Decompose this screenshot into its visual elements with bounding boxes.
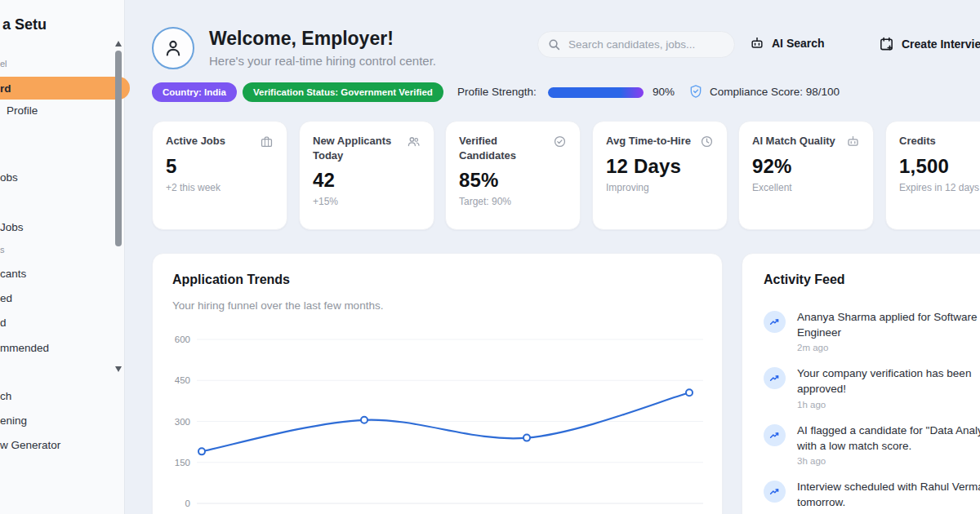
stat-card-credits[interactable]: Credits 1,500 Expires in 12 days (885, 121, 980, 230)
stat-sub: Target: 90% (459, 196, 567, 207)
stat-value: 5 (166, 155, 274, 178)
activity-text: Interview scheduled with Rahul Verma for… (797, 479, 980, 510)
stat-sub: Expires in 12 days (899, 182, 980, 193)
avatar[interactable] (152, 27, 194, 69)
search-icon (548, 38, 560, 51)
data-point[interactable] (361, 417, 368, 423)
profile-strength-bar (548, 87, 644, 98)
activity-item[interactable]: Interview scheduled with Rahul Verma for… (764, 479, 980, 512)
sidebar-item[interactable]: w Generator (0, 439, 60, 451)
scroll-down-icon[interactable] (115, 366, 122, 372)
stat-card-new-applicants[interactable]: New Applicants Today 42 +15% (299, 121, 434, 230)
stat-value: 12 Days (606, 155, 714, 178)
stat-sub: Improving (606, 182, 714, 193)
calendar-plus-icon (879, 36, 894, 51)
sidebar-item[interactable]: ch (0, 390, 11, 402)
trending-up-icon (764, 367, 786, 389)
sidebar-item[interactable]: cants (0, 268, 26, 280)
page-subtitle: Here's your real-time hiring control cen… (209, 54, 436, 68)
y-axis-tick: 600 (175, 335, 190, 344)
stat-title: AI Match Quality (752, 134, 839, 148)
sidebar-item[interactable]: ening (0, 414, 27, 427)
sidebar-item[interactable]: mmended (0, 342, 49, 354)
activity-feed-card: Activity Feed Ananya Sharma applied for … (742, 253, 980, 514)
sidebar-item[interactable]: d (0, 317, 7, 329)
briefcase-icon (260, 135, 274, 148)
application-trends-card: Application Trends Your hiring funnel ov… (152, 253, 723, 514)
stat-value: 92% (752, 155, 860, 178)
stat-value: 1,500 (899, 155, 980, 178)
person-icon (163, 38, 184, 59)
y-axis-tick: 300 (175, 417, 190, 427)
activity-time: 1h ago (797, 400, 980, 410)
activity-feed-title: Activity Feed (764, 273, 980, 287)
y-axis-tick: 0 (185, 498, 190, 508)
brand-title: a Setu (2, 16, 47, 33)
stat-title: New Applicants Today (313, 134, 407, 162)
shield-check-icon (688, 84, 703, 99)
stat-title: Active Jobs (166, 134, 229, 148)
robot-icon (846, 135, 860, 148)
activity-text: AI flagged a candidate for "Data Analyst… (797, 423, 980, 454)
stat-sub: +2 this week (166, 182, 274, 193)
ai-search-label: AI Search (772, 37, 825, 50)
create-interview-button[interactable]: Create Interview (879, 36, 980, 51)
verification-badge: Verification Status: Government Verified (243, 82, 443, 102)
search-input[interactable] (567, 38, 717, 51)
activity-item[interactable]: Ananya Sharma applied for Software Engin… (764, 309, 980, 352)
activity-time: 2m ago (797, 343, 980, 352)
trending-up-icon (764, 311, 786, 333)
stat-card-ai-match-quality[interactable]: AI Match Quality 92% Excellent (738, 121, 874, 230)
ai-search-button[interactable]: AI Search (750, 36, 825, 51)
sidebar-item[interactable]: ed (0, 292, 12, 304)
activity-item[interactable]: Your company verification has been appro… (764, 366, 980, 409)
activity-item[interactable]: AI flagged a candidate for "Data Analyst… (764, 423, 980, 466)
sidebar-item[interactable]: obs (0, 171, 18, 184)
trend-line-chart: 0150300450600 (153, 326, 716, 514)
profile-strength-value: 90% (653, 86, 675, 98)
y-axis-tick: 450 (175, 375, 190, 385)
activity-text: Your company verification has been appro… (797, 366, 980, 397)
data-point[interactable] (686, 389, 693, 396)
stat-sub: Excellent (752, 182, 860, 193)
stat-value: 85% (459, 169, 567, 192)
scrollbar-thumb[interactable] (115, 51, 122, 246)
users-icon (407, 135, 421, 148)
search-bar[interactable] (537, 31, 735, 58)
create-interview-label: Create Interview (902, 38, 980, 51)
stat-sub: +15% (313, 196, 421, 207)
sidebar-section-label: s (0, 245, 5, 255)
robot-icon (750, 36, 764, 51)
stat-value: 42 (313, 169, 421, 192)
clock-icon (700, 135, 714, 148)
stat-card-avg-time-to-hire[interactable]: Avg Time-to-Hire 12 Days Improving (592, 121, 728, 230)
check-circle-icon (553, 135, 567, 148)
trending-up-icon (764, 481, 786, 503)
sidebar-item[interactable]: Jobs (0, 221, 24, 233)
page-title: Welcome, Employer! (209, 28, 394, 50)
trending-up-icon (764, 424, 786, 446)
data-point[interactable] (198, 448, 205, 454)
sidebar-item-active[interactable]: rd (0, 77, 130, 100)
compliance-score: Compliance Score: 98/100 (710, 86, 840, 98)
activity-text: Ananya Sharma applied for Software Engin… (797, 309, 980, 340)
sidebar-item[interactable]: Profile (7, 104, 38, 117)
country-badge: Country: India (152, 82, 237, 102)
scroll-up-icon[interactable] (115, 41, 122, 47)
sidebar-section-label: el (0, 59, 7, 69)
data-point[interactable] (523, 435, 530, 441)
sidebar: a Setu el rd Profile obs Jobs s cants ed… (0, 0, 125, 514)
y-axis-tick: 150 (175, 458, 190, 467)
stat-card-verified-candidates[interactable]: Verified Candidates 85% Target: 90% (445, 121, 581, 230)
stat-card-active-jobs[interactable]: Active Jobs 5 +2 this week (152, 121, 287, 230)
profile-strength-label: Profile Strength: (457, 86, 537, 98)
activity-time: 3h ago (797, 456, 980, 466)
chart-title: Application Trends (172, 273, 290, 287)
trend-line (202, 392, 689, 451)
chart-subtitle: Your hiring funnel over the last few mon… (172, 299, 383, 312)
stat-title: Credits (899, 134, 939, 148)
stat-title: Avg Time-to-Hire (606, 134, 694, 148)
stat-title: Verified Candidates (459, 134, 553, 162)
